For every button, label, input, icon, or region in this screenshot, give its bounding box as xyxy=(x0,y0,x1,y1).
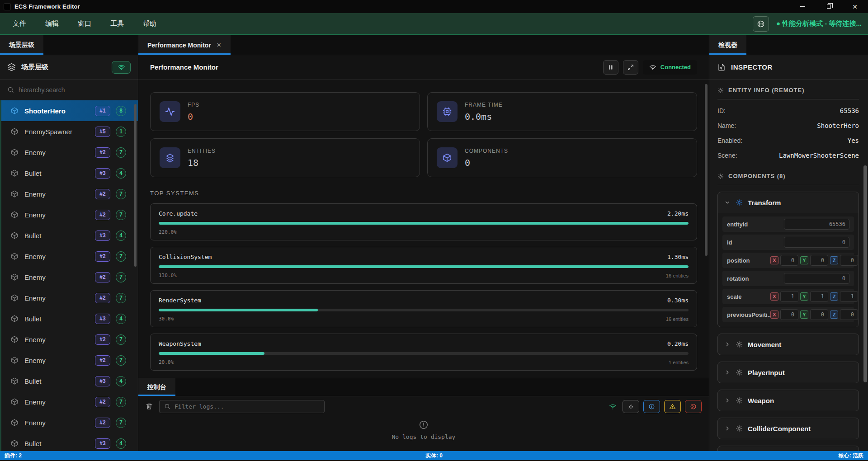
chevron-right-icon xyxy=(724,369,731,376)
pause-button[interactable] xyxy=(603,60,618,75)
entity-count-badge: 7 xyxy=(116,293,126,303)
debug-filter-button[interactable] xyxy=(623,400,639,413)
menu-file[interactable]: 文件 xyxy=(13,19,26,28)
status-bar: 插件: 2 实体: 0 核心: 活跃 xyxy=(0,451,868,460)
scale-y-input[interactable]: 1 xyxy=(810,291,828,302)
entity-count-badge: 4 xyxy=(116,230,126,241)
system-entities: 16 entities xyxy=(666,273,689,278)
entity-tag-badge: #3 xyxy=(95,168,110,179)
hierarchy-item[interactable]: Enemy #2 7 xyxy=(0,204,138,225)
system-percent: 130.0% xyxy=(159,273,177,278)
hierarchy-item[interactable]: Enemy #2 7 xyxy=(0,350,138,371)
metric-label: FRAME TIME xyxy=(465,102,503,108)
inspector-body: ENTITY INFO (REMOTE) ID: 65536 Name: Sho… xyxy=(709,80,868,451)
hierarchy-item[interactable]: Enemy #2 7 xyxy=(0,183,138,204)
id-input[interactable]: 0 xyxy=(784,237,849,248)
component-card[interactable]: Health xyxy=(717,446,859,451)
log-filter-input[interactable] xyxy=(175,403,306,410)
gear-icon xyxy=(736,397,743,404)
entity-name: Enemy xyxy=(24,357,46,364)
entity-count-badge: 7 xyxy=(116,189,126,199)
window-title: ECS Framework Editor xyxy=(14,3,80,10)
hierarchy-item[interactable]: Enemy #2 7 xyxy=(0,391,138,412)
entity-info-heading: ENTITY INFO (REMOTE) xyxy=(728,87,805,94)
menu-tools[interactable]: 工具 xyxy=(110,19,124,28)
entity-tag-badge: #2 xyxy=(95,147,110,158)
entity-tag-badge: #2 xyxy=(95,251,110,262)
hierarchy-item[interactable]: Bullet #3 4 xyxy=(0,308,138,329)
scale-x-input[interactable]: 1 xyxy=(780,291,798,302)
status-core: 核心: 活跃 xyxy=(839,452,863,460)
position-z-input[interactable]: 0 xyxy=(840,255,858,266)
component-card[interactable]: Weapon xyxy=(717,390,859,411)
log-filter[interactable] xyxy=(159,400,325,413)
clear-logs-icon[interactable] xyxy=(146,403,153,410)
info-filter-button[interactable] xyxy=(643,400,660,413)
minimize-button[interactable] xyxy=(789,0,816,13)
hierarchy-item[interactable]: Bullet #3 4 xyxy=(0,433,138,451)
metric-label: COMPONENTS xyxy=(465,148,508,154)
system-card: Core.update 2.20ms 220.0% xyxy=(150,203,697,240)
entity-tag-badge: #5 xyxy=(95,127,110,137)
hierarchy-item[interactable]: Enemy #2 7 xyxy=(0,287,138,308)
entity-tag-badge: #2 xyxy=(95,355,110,366)
tab-inspector[interactable]: 检视器 xyxy=(709,35,746,55)
position-x-input[interactable]: 0 xyxy=(780,255,798,266)
hierarchy-item[interactable]: Enemy #2 7 xyxy=(0,246,138,267)
menu-window[interactable]: 窗口 xyxy=(78,19,91,28)
prev-z-input[interactable]: 0 xyxy=(840,309,858,320)
hierarchy-item[interactable]: Enemy #2 7 xyxy=(0,412,138,433)
entity-name: Enemy xyxy=(24,294,46,302)
restore-button[interactable] xyxy=(816,0,842,13)
tab-hierarchy[interactable]: 场景层级 xyxy=(0,35,43,55)
hierarchy-item[interactable]: ShooterHero #1 8 xyxy=(0,100,138,121)
component-transform-header[interactable]: Transform xyxy=(718,192,859,213)
hierarchy-scrollbar[interactable] xyxy=(134,104,137,267)
metric-value: 0.0ms xyxy=(465,111,503,122)
axis-y-badge: Y xyxy=(800,256,808,264)
hierarchy-item[interactable]: Bullet #3 4 xyxy=(0,163,138,183)
tab-console[interactable]: 控制台 xyxy=(138,378,175,396)
close-button[interactable]: ✕ xyxy=(842,0,868,13)
hierarchy-item[interactable]: Bullet #3 4 xyxy=(0,225,138,246)
system-time: 0.20ms xyxy=(667,340,689,347)
cube-icon xyxy=(10,252,19,260)
hierarchy-item[interactable]: Bullet #3 4 xyxy=(0,371,138,391)
hierarchy-item[interactable]: Enemy #2 7 xyxy=(0,329,138,350)
hierarchy-search-input[interactable] xyxy=(19,86,109,94)
inspector-scrollbar[interactable] xyxy=(863,165,867,382)
entity-count-badge: 1 xyxy=(116,127,126,137)
hierarchy-search[interactable] xyxy=(0,80,138,100)
components-heading: COMPONENTS (8) xyxy=(728,173,786,179)
scale-z-input[interactable]: 1 xyxy=(840,291,858,302)
entityid-input[interactable]: 65536 xyxy=(784,219,849,230)
chevron-down-icon xyxy=(724,199,731,206)
entity-name: Enemy xyxy=(24,149,46,156)
inspector-panel: 检视器 INSPECTOR ENTITY INFO (REMOTE) ID: xyxy=(709,35,868,451)
system-percent: 20.0% xyxy=(159,359,174,365)
hierarchy-connection-button[interactable] xyxy=(112,61,131,74)
entity-name: Enemy xyxy=(24,211,46,219)
console-empty-message: No logs to display xyxy=(392,433,456,440)
component-card[interactable]: ColliderComponent xyxy=(717,418,859,439)
menu-help[interactable]: 帮助 xyxy=(143,19,156,28)
tab-performance-monitor[interactable]: Performance Monitor ✕ xyxy=(138,35,231,55)
hierarchy-item[interactable]: Enemy #2 7 xyxy=(0,267,138,287)
rotation-input[interactable]: 0 xyxy=(784,273,849,284)
error-filter-button[interactable] xyxy=(685,400,702,413)
search-icon xyxy=(7,86,14,93)
position-y-input[interactable]: 0 xyxy=(810,255,828,266)
tab-close-icon[interactable]: ✕ xyxy=(217,42,222,48)
gear-icon xyxy=(736,341,743,348)
hierarchy-item[interactable]: EnemySpawner #5 1 xyxy=(0,121,138,142)
globe-icon[interactable] xyxy=(753,16,769,32)
hierarchy-item[interactable]: Enemy #2 7 xyxy=(0,142,138,163)
menu-edit[interactable]: 编辑 xyxy=(45,19,59,28)
component-card[interactable]: PlayerInput xyxy=(717,362,859,383)
prev-y-input[interactable]: 0 xyxy=(810,309,828,320)
expand-button[interactable] xyxy=(623,60,638,75)
monitor-scrollbar[interactable] xyxy=(705,84,708,256)
warning-filter-button[interactable] xyxy=(664,400,681,413)
component-card[interactable]: Movement xyxy=(717,334,859,355)
prev-x-input[interactable]: 0 xyxy=(780,309,798,320)
